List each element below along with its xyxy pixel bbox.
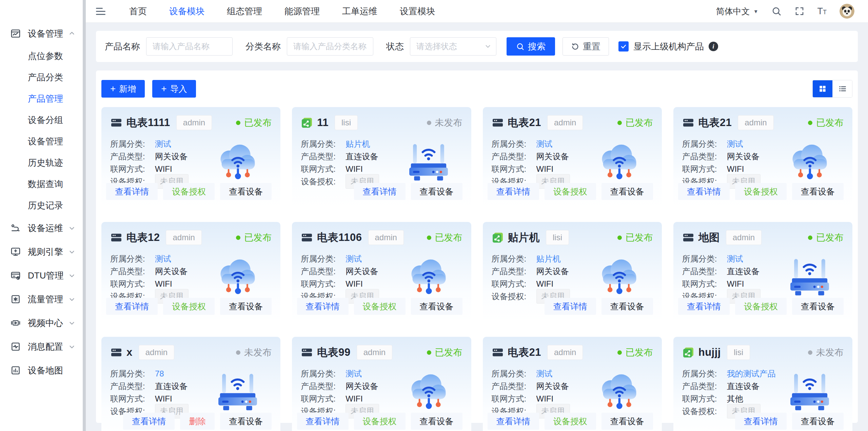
card-action-button[interactable]: 设备授权: [163, 183, 215, 200]
refresh-icon: [571, 42, 579, 51]
sidebar-section-traffic-management[interactable]: 流量管理: [0, 287, 86, 311]
sidebar-item-data-query[interactable]: 数据查询: [0, 173, 86, 195]
category-link[interactable]: 贴片机: [346, 139, 370, 149]
product-title: hujjj: [698, 346, 721, 358]
category-link[interactable]: 测试: [155, 139, 171, 149]
card-action-button[interactable]: 设备授权: [735, 298, 787, 315]
status-dot: [236, 235, 240, 240]
router-image: [781, 250, 838, 304]
card-action-button[interactable]: 查看详情: [678, 298, 730, 315]
sidebar-item-point-params[interactable]: 点位参数: [0, 45, 86, 67]
card-action-button[interactable]: 设备授权: [354, 413, 406, 430]
sidebar-item-history-track[interactable]: 历史轨迹: [0, 152, 86, 173]
nav-home[interactable]: 首页: [127, 5, 149, 17]
card-action-button[interactable]: 查看设备: [220, 413, 272, 430]
search-button[interactable]: 搜索: [507, 37, 555, 56]
card-action-button[interactable]: 查看设备: [220, 183, 272, 200]
sidebar-item-device-grouping[interactable]: 设备分组: [0, 109, 86, 131]
category-link[interactable]: 测试: [536, 368, 553, 379]
owner-badge: admin: [547, 115, 583, 130]
info-icon[interactable]: i: [709, 42, 718, 51]
sidebar-section-video-center[interactable]: 视频中心: [0, 311, 86, 335]
nav-workorder-ops[interactable]: 工单运维: [340, 5, 379, 17]
sidebar-section-device-management[interactable]: 设备管理: [0, 22, 86, 45]
search-icon[interactable]: [771, 6, 782, 16]
category-field-label: 所属分类:: [301, 253, 346, 264]
nav-energy-management[interactable]: 能源管理: [282, 5, 322, 17]
card-action-button[interactable]: 设备授权: [545, 183, 596, 200]
nav-scada-management[interactable]: 组态管理: [225, 5, 264, 17]
category-link[interactable]: 贴片机: [536, 253, 561, 264]
card-action-button[interactable]: 查看设备: [792, 413, 844, 430]
card-action-button[interactable]: 查看设备: [792, 183, 844, 200]
product-title: 电表12: [126, 230, 160, 245]
status-select[interactable]: [410, 37, 496, 56]
checkbox-checked[interactable]: [618, 41, 629, 52]
show-parent-org-checkbox-wrap[interactable]: 显示上级机构产品 i: [618, 41, 718, 53]
category-link[interactable]: 我的测试产品: [727, 368, 776, 379]
import-button[interactable]: + 导入: [152, 80, 196, 98]
category-link[interactable]: 测试: [155, 253, 171, 264]
network-value: WIFI: [536, 279, 554, 289]
nav-settings-module[interactable]: 设置模块: [398, 5, 437, 17]
product-name-input[interactable]: [146, 37, 233, 56]
card-action-button[interactable]: 查看详情: [106, 183, 158, 200]
product-type-field-label: 产品类型:: [492, 151, 536, 162]
sidebar-section-device-ops[interactable]: 设备运维: [0, 216, 86, 240]
card-action-button[interactable]: 查看详情: [488, 413, 539, 430]
card-action-button[interactable]: 查看详情: [354, 183, 406, 200]
card-action-button[interactable]: 查看详情: [123, 413, 175, 430]
card-action-button[interactable]: 查看详情: [545, 298, 596, 315]
category-link[interactable]: 测试: [536, 139, 553, 149]
status-select-input[interactable]: [410, 37, 496, 56]
nav-device-module[interactable]: 设备模块: [167, 5, 206, 17]
card-action-button[interactable]: 查看详情: [678, 183, 730, 200]
sidebar-item-history-records[interactable]: 历史记录: [0, 195, 86, 216]
card-action-button[interactable]: 查看设备: [411, 298, 462, 315]
card-action-button[interactable]: 查看详情: [488, 183, 539, 200]
card-action-button[interactable]: 设备授权: [735, 183, 787, 200]
sidebar-scrollbar[interactable]: [83, 0, 86, 431]
card-header: x admin 未发布: [110, 345, 272, 360]
card-action-button[interactable]: 删除: [180, 413, 215, 430]
avatar[interactable]: [840, 4, 854, 19]
grid-view-button[interactable]: [813, 80, 832, 97]
reset-button[interactable]: 重置: [563, 37, 609, 56]
card-action-button[interactable]: 查看设备: [601, 413, 653, 430]
list-view-button[interactable]: [832, 80, 852, 97]
collapse-sidebar-icon[interactable]: [96, 8, 105, 15]
card-action-button[interactable]: 设备授权: [545, 413, 596, 430]
sidebar-section-rule-engine[interactable]: 规则引擎: [0, 240, 86, 264]
network-value: WIFI: [155, 279, 172, 289]
category-name-input[interactable]: [287, 37, 373, 56]
sidebar-section-dtu-management[interactable]: DTU管理: [0, 264, 86, 287]
sidebar-item-device-management[interactable]: 设备管理: [0, 131, 86, 152]
category-link[interactable]: 测试: [727, 139, 743, 149]
sidebar-section-message-config[interactable]: 消息配置: [0, 335, 86, 358]
card-action-button[interactable]: 查看设备: [411, 183, 462, 200]
language-selector[interactable]: 简体中文 ▼: [716, 6, 758, 17]
card-action-button[interactable]: 查看详情: [735, 413, 787, 430]
sidebar-item-device-map[interactable]: 设备地图: [0, 358, 86, 382]
fullscreen-icon[interactable]: [794, 6, 805, 16]
product-type-value: 网关设备: [155, 266, 188, 277]
card-action-button[interactable]: 设备授权: [354, 298, 406, 315]
font-size-icon[interactable]: TT: [817, 6, 827, 17]
card-action-button[interactable]: 查看详情: [297, 298, 349, 315]
category-link[interactable]: 测试: [346, 253, 362, 264]
card-action-button[interactable]: 查看设备: [411, 413, 462, 430]
card-action-button[interactable]: 查看设备: [601, 183, 653, 200]
sidebar-item-product-management[interactable]: 产品管理: [0, 88, 86, 109]
card-action-button[interactable]: 查看详情: [297, 413, 349, 430]
card-action-button[interactable]: 查看详情: [106, 298, 158, 315]
category-link[interactable]: 78: [155, 369, 164, 378]
card-action-button[interactable]: 查看设备: [601, 298, 653, 315]
status-label: 已发布: [816, 117, 844, 129]
card-action-button[interactable]: 查看设备: [792, 298, 844, 315]
category-link[interactable]: 测试: [727, 253, 743, 264]
card-action-button[interactable]: 查看设备: [220, 298, 272, 315]
card-action-button[interactable]: 设备授权: [163, 298, 215, 315]
category-link[interactable]: 测试: [346, 368, 362, 379]
sidebar-item-product-category[interactable]: 产品分类: [0, 67, 86, 88]
add-button[interactable]: + 新增: [101, 80, 145, 98]
